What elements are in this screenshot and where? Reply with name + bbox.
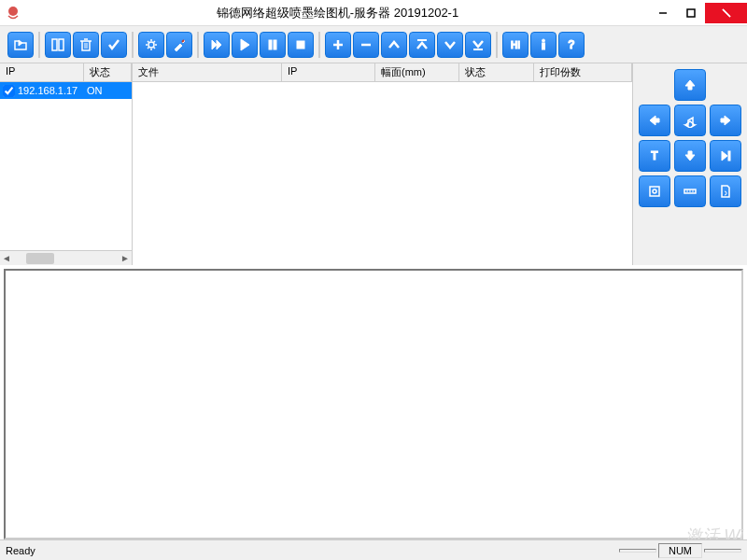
ip-row[interactable]: 192.168.1.17 ON [0,82,132,99]
col-ip: IP [282,63,375,81]
svg-point-20 [543,39,545,42]
nav-ruler-button[interactable] [674,175,706,207]
ip-list-panel: IP 状态 192.168.1.17 ON ◄► [0,63,133,265]
svg-rect-2 [687,9,695,17]
up-arrow-button[interactable] [381,32,407,58]
svg-rect-12 [297,41,304,49]
svg-line-4 [723,9,730,17]
status-empty1 [619,549,656,553]
status-ready: Ready [6,545,35,556]
status-bar: Ready NUM [0,539,747,560]
ip-header: IP [0,63,84,81]
plus-button[interactable] [325,32,351,58]
ip-row-checkbox[interactable] [3,85,15,97]
nav-down-button[interactable] [674,140,706,172]
horizontal-scrollbar[interactable]: ◄► [0,250,132,265]
nav-panel: T [633,63,747,265]
col-status: 状态 [459,63,534,81]
close-button[interactable] [705,3,747,23]
nav-left-button[interactable] [639,105,670,136]
info-button[interactable] [530,32,557,58]
minimize-button[interactable] [649,3,677,23]
layout-button[interactable] [45,32,71,58]
nav-skip-button[interactable] [710,140,741,172]
down-bottom-button[interactable] [465,32,491,58]
svg-rect-24 [650,187,659,196]
separator [132,32,134,58]
job-list-panel: 文件 IP 幅面(mm) 状态 打印份数 [133,63,633,265]
svg-rect-10 [269,40,272,49]
window-title: 锦德网络超级喷墨绘图机-服务器 20191202-1 [26,5,649,21]
svg-rect-11 [274,40,276,49]
open-file-button[interactable] [7,32,34,58]
svg-text:T: T [651,149,658,162]
main-toolbar: Hi ? [0,26,747,63]
ip-status: ON [87,85,103,96]
status-header: 状态 [84,63,132,81]
nav-right-button[interactable] [710,105,741,136]
down-arrow-button[interactable] [437,32,463,58]
play-button[interactable] [232,32,258,58]
ip-value: 192.168.1.17 [18,85,87,96]
svg-rect-23 [728,151,730,161]
svg-rect-6 [59,39,63,50]
nav-text-button[interactable]: T [639,140,670,172]
tools-button[interactable] [166,32,192,58]
check-button[interactable] [101,32,127,58]
status-empty2 [704,549,741,553]
nav-up-button[interactable] [674,69,706,101]
up-top-button[interactable] [409,32,435,58]
svg-rect-5 [52,39,57,50]
col-file: 文件 [133,63,282,81]
minus-button[interactable] [353,32,379,58]
stop-button[interactable] [288,32,314,58]
log-panel [4,269,743,539]
separator [197,32,199,58]
app-logo-icon [4,4,22,22]
svg-text:Hi: Hi [511,40,520,50]
fast-forward-button[interactable] [204,32,230,58]
svg-point-25 [653,189,656,193]
svg-text:?: ? [568,38,574,51]
help-button[interactable]: ? [558,32,585,58]
svg-point-9 [148,42,154,48]
hi-button[interactable]: Hi [502,32,529,58]
pause-button[interactable] [260,32,286,58]
svg-rect-19 [543,43,545,49]
title-bar: 锦德网络超级喷墨绘图机-服务器 20191202-1 [0,0,747,26]
maximize-button[interactable] [677,3,705,23]
nav-home-button[interactable] [674,105,706,136]
separator [496,32,498,58]
col-width: 幅面(mm) [375,63,459,81]
svg-point-0 [8,7,18,16]
separator [318,32,320,58]
separator [38,32,40,58]
nav-target-button[interactable] [639,175,670,207]
status-num: NUM [658,543,702,558]
settings-button[interactable] [138,32,164,58]
col-copies: 打印份数 [534,63,632,81]
delete-button[interactable] [73,32,99,58]
nav-document-button[interactable] [710,175,741,207]
